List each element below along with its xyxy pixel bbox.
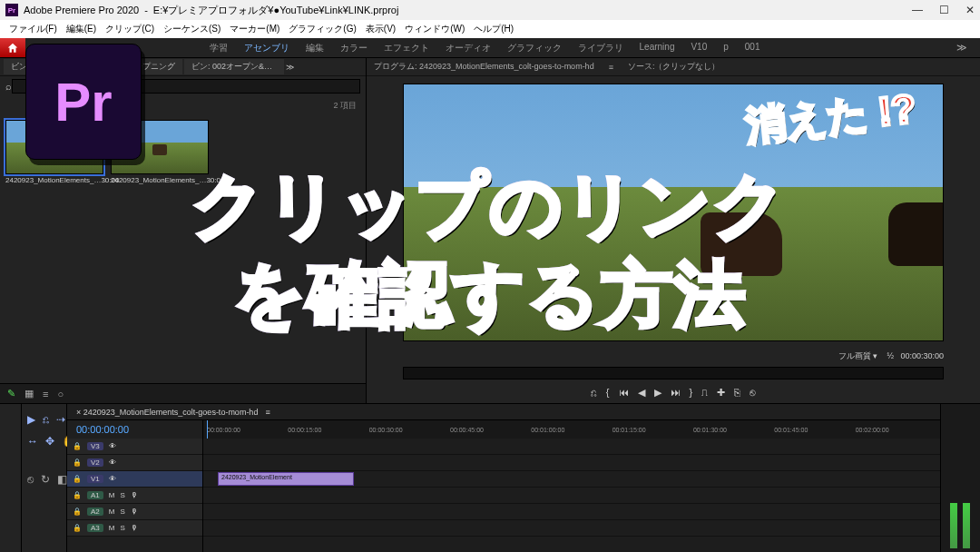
timeline-tracks[interactable]: 2420923_MotionElement xyxy=(203,439,940,552)
mic-icon[interactable]: 🎙 xyxy=(131,508,138,516)
meter-bar-left xyxy=(950,503,957,548)
source-tab[interactable]: ソース:（クリップなし） xyxy=(628,61,720,73)
workspace-tab-effects[interactable]: エフェクト xyxy=(384,42,429,54)
menu-window[interactable]: ウィンドウ(W) xyxy=(401,23,468,35)
mark-out-button[interactable]: } xyxy=(690,387,693,398)
workspace-tab-p[interactable]: p xyxy=(723,42,729,54)
lock-icon[interactable]: 🔒 xyxy=(73,458,82,467)
bin-overflow-button[interactable]: ≫ xyxy=(286,63,294,72)
icon-view-button[interactable]: ▦ xyxy=(24,388,34,399)
workspace-tab-graphics[interactable]: グラフィック xyxy=(507,42,562,54)
resolution-dropdown[interactable]: フル画質 ▾ xyxy=(838,351,880,360)
menu-sequence[interactable]: シーケンス(S) xyxy=(160,23,224,35)
mic-icon[interactable]: 🎙 xyxy=(131,524,138,532)
window-close-button[interactable]: ✕ xyxy=(965,4,975,16)
lock-icon[interactable]: 🔒 xyxy=(73,508,82,516)
time-ruler[interactable]: 00:00:00:00 00:00:15:00 00:00:30:00 00:0… xyxy=(203,420,940,439)
window-minimize-button[interactable]: — xyxy=(912,4,923,16)
timeline-clip[interactable]: 2420923_MotionElement xyxy=(218,472,354,486)
mute-button[interactable]: M xyxy=(109,524,115,532)
track-header-v1[interactable]: 🔒V1👁 xyxy=(67,471,202,488)
mic-icon[interactable]: 🎙 xyxy=(131,491,138,499)
close-icon[interactable]: × xyxy=(76,408,81,417)
solo-button[interactable]: S xyxy=(120,491,124,499)
track-header-v2[interactable]: 🔒V2👁 xyxy=(67,455,202,471)
pen-tool[interactable]: ✥ xyxy=(45,435,54,448)
track-header-v3[interactable]: 🔒V3👁 xyxy=(67,439,202,455)
workspace-tab-learn[interactable]: 学習 xyxy=(210,42,228,54)
lift-button[interactable]: ⎍ xyxy=(701,387,708,398)
play-button[interactable]: ▶ xyxy=(654,387,662,399)
panel-menu-button[interactable]: ≡ xyxy=(265,408,270,417)
transport-controls: ⎌ { ⏮ ◀ ▶ ⏭ } ⎍ ✚ ⎘ ⎋ xyxy=(367,381,980,403)
slip-tool[interactable]: ↔ xyxy=(27,435,38,448)
home-icon xyxy=(6,42,19,54)
selection-tool[interactable]: ▶ xyxy=(27,413,35,426)
play-backward-button[interactable]: ◀ xyxy=(638,387,645,399)
solo-button[interactable]: S xyxy=(120,524,124,532)
ripple-tool[interactable]: ⇢ xyxy=(56,413,65,426)
bin-tab[interactable]: ビン: 002オープン&エンディン… xyxy=(184,59,284,74)
eye-icon[interactable]: 👁 xyxy=(109,475,116,483)
eye-icon[interactable]: 👁 xyxy=(109,458,116,467)
menu-clip[interactable]: クリップ(C) xyxy=(102,23,158,35)
program-tab[interactable]: プログラム: 2420923_MotionElements_colt-goes-… xyxy=(374,61,594,73)
lock-icon[interactable]: 🔒 xyxy=(73,491,82,499)
menu-marker[interactable]: マーカー(M) xyxy=(226,23,283,35)
extract-button[interactable]: ✚ xyxy=(717,387,725,399)
program-scrubber[interactable] xyxy=(403,367,944,380)
project-path: E:¥プレミアプロフォルダ¥●YouTube¥Link¥LINK.prproj xyxy=(153,4,399,17)
workspace-tab-color[interactable]: カラー xyxy=(340,42,368,54)
menu-bar: ファイル(F) 編集(E) クリップ(C) シーケンス(S) マーカー(M) グ… xyxy=(0,20,980,38)
workspace-tab-001[interactable]: 001 xyxy=(745,42,760,54)
lock-icon[interactable]: 🔒 xyxy=(73,442,82,450)
workspace-tab-library[interactable]: ライブラリ xyxy=(578,42,623,54)
track-header-a3[interactable]: 🔒A3MS🎙 xyxy=(67,520,202,537)
overlay-text-main: クリップのリンク を確認する方法 xyxy=(0,162,980,339)
home-button[interactable] xyxy=(0,38,25,57)
premiere-logo: Pr xyxy=(25,44,142,160)
menu-edit[interactable]: 編集(E) xyxy=(63,23,100,35)
track-header-a2[interactable]: 🔒A2MS🎙 xyxy=(67,504,202,520)
window-titlebar: Pr Adobe Premiere Pro 2020 - E:¥プレミアプロフォ… xyxy=(0,0,980,20)
mark-in-button[interactable]: { xyxy=(606,387,610,398)
track-select-tool[interactable]: ⎌ xyxy=(43,413,49,426)
pen-icon[interactable]: ✎ xyxy=(7,388,15,399)
app-name: Adobe Premiere Pro 2020 xyxy=(24,5,139,15)
menu-help[interactable]: ヘルプ(H) xyxy=(470,23,517,35)
workspace-tab-v10[interactable]: V10 xyxy=(691,42,707,54)
button-editor-button[interactable]: ⎋ xyxy=(750,387,756,398)
export-frame-button[interactable]: ⎘ xyxy=(734,387,740,398)
linked-sel-toggle[interactable]: ↻ xyxy=(41,473,50,486)
half-res-icon[interactable]: ½ xyxy=(887,351,894,360)
menu-view[interactable]: 表示(V) xyxy=(362,23,399,35)
sequence-tab[interactable]: × 2420923_MotionElements_colt-goes-to-mo… xyxy=(76,408,258,417)
workspace-tab-assembly[interactable]: アセンブリ xyxy=(244,42,289,54)
lock-icon[interactable]: 🔒 xyxy=(73,524,82,532)
solo-button[interactable]: S xyxy=(120,508,124,516)
marker-button[interactable]: ◧ xyxy=(57,473,67,486)
window-maximize-button[interactable]: ☐ xyxy=(939,4,949,16)
playhead[interactable] xyxy=(207,420,208,439)
snap-toggle[interactable]: ⎋ xyxy=(27,473,34,486)
panel-menu-button[interactable]: ≡ xyxy=(609,63,613,72)
track-header-a1[interactable]: 🔒A1MS🎙 xyxy=(67,488,202,504)
workspace-tab-learning[interactable]: Learning xyxy=(640,42,675,54)
menu-graphic[interactable]: グラフィック(G) xyxy=(285,23,359,35)
mute-button[interactable]: M xyxy=(109,508,115,516)
workspace-tab-edit[interactable]: 編集 xyxy=(306,42,324,54)
add-marker-button[interactable]: ⎌ xyxy=(591,387,597,398)
workspace-overflow-button[interactable]: ≫ xyxy=(944,42,980,54)
timecode-display[interactable]: 00:00:00:00 xyxy=(67,420,203,439)
sequence-duration: 00:00:30:00 xyxy=(900,351,944,360)
workspace-tab-audio[interactable]: オーディオ xyxy=(446,42,491,54)
sort-button[interactable]: ○ xyxy=(57,389,64,399)
mute-button[interactable]: M xyxy=(109,491,115,499)
menu-file[interactable]: ファイル(F) xyxy=(5,23,61,35)
list-view-button[interactable]: ≡ xyxy=(43,389,48,399)
step-back-button[interactable]: ⏮ xyxy=(619,387,629,398)
step-forward-button[interactable]: ⏭ xyxy=(671,387,681,398)
lock-icon[interactable]: 🔒 xyxy=(73,475,82,483)
eye-icon[interactable]: 👁 xyxy=(109,442,116,450)
audio-meter xyxy=(940,404,980,552)
